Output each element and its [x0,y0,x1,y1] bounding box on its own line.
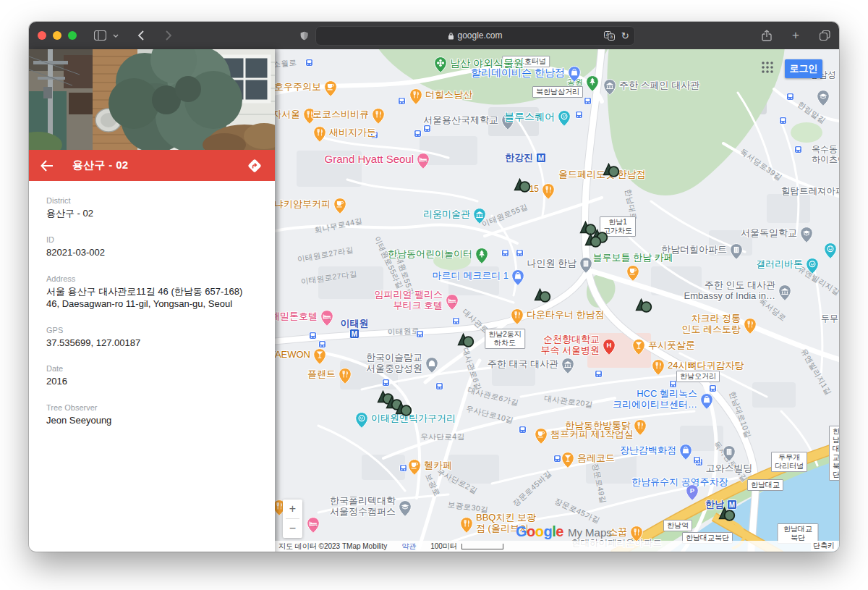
poi-sokkup[interactable]: 소꿉 [630,526,643,542]
poi-korea-polytechnic[interactable]: 한국폴리텍대학 서울정수캠퍼스 [399,500,412,517]
road-label-8: 이태원로27다길 [300,269,358,287]
map-area[interactable]: 남산 야외식물원공원할리데이비슨 한남점호우주의보더힐스남산미자서울로코스비비큐… [275,49,839,552]
poi-namsan-outdoor-garden[interactable]: 남산 야외식물원 [434,56,447,73]
poi-itaewon-antique-street[interactable]: 이태원앤틱가구거리 [355,412,368,429]
fullscreen-window-button[interactable] [68,31,77,40]
poi-hou-juuibo-cafe[interactable]: 호우주의보 [324,80,337,97]
poi-toy-dept-store[interactable]: 장난감백화점 [679,444,692,460]
poi-imperial-palace-hotel[interactable]: 임피리얼 팰리스 부티크 호텔 [446,294,459,311]
poi-savage-garden[interactable]: 새비지가든 [313,126,326,143]
bus-stop-icon [595,368,603,376]
poi-gallery-baton[interactable]: 갤러리바톤 [806,258,819,274]
field-label: District [46,196,258,205]
poi-label-india-embassy: 주한 인도 대사관 Embassy of India in… [684,280,775,302]
minimize-window-button[interactable] [53,31,61,40]
sidebar-toggle-icon[interactable] [94,30,106,41]
page: { "browser": { "url": "google.com", "rel… [0,0,868,590]
poi-label-seoul-intl-school: 서울용산국제학교 [423,115,498,126]
poi-india-embassy[interactable]: 주한 인도 대사관 Embassy of India in… [778,285,791,301]
poi-spain-embassy[interactable]: 주한 스페인 대사관 [603,79,616,96]
poi-gamjatang-24h[interactable]: 24시뼈다귀감자탕 [652,359,665,376]
poi-hannam-parking[interactable]: P [686,484,699,501]
poi-label-mardi-mercredi: 마르디 메크르디 1 [433,271,509,282]
terms-link[interactable]: 약관 [401,541,416,552]
field-label: GPS [46,326,258,334]
new-tab-button[interactable]: + [792,28,799,43]
tab-overview-icon[interactable] [820,30,830,41]
zoom-in-button[interactable]: + [283,500,302,518]
poi-bbq-chicken-bogwang[interactable]: BBQ치킨 보광 점 (올리브치 [460,517,473,534]
back-button[interactable] [137,30,144,41]
road-label-15: 대사관로20길 [544,393,594,410]
poi-locos-bbq[interactable]: 로코스비비큐 [372,108,385,125]
poi-hell-cafe[interactable]: 헬카페 [408,459,421,476]
poi-hannam-the-hill[interactable]: 한남더힐아파트 [730,243,743,260]
poi-grand-hyatt-seoul[interactable]: Grand Hyatt Seoul [417,153,430,169]
poi-thai-embassy[interactable]: 주한 태국 대사관 [561,358,574,374]
poi-hcc-helinox[interactable]: HCC 헬리녹스 크리에이티브센터… [700,393,713,410]
poi-label-hcc-helinox: HCC 헬리녹스 크리에이티브센터… [613,389,697,410]
field-label: Address [46,274,258,283]
poi-blue-bottle-hannam[interactable]: 블루보틀 한남 카페 [626,265,639,282]
poi-chakraa-restaurant[interactable]: 차크라 정통 인도 레스토랑 [744,318,757,334]
directions-icon[interactable] [246,157,263,174]
poi-pussyfoot-saloon[interactable]: 푸시풋살룬 [632,339,645,355]
share-icon[interactable] [762,30,772,42]
close-window-button[interactable] [38,31,46,40]
poi-german-school-seoul[interactable]: 서울독일학교 [800,227,813,243]
tree-observation-marker[interactable] [456,331,475,351]
google-my-maps-logo[interactable]: Google My Maps [516,523,612,540]
poi-seoul-central-mosque[interactable]: 한국이슬람교 서울중앙성원 [425,357,438,374]
tree-observation-marker[interactable] [718,505,736,525]
tree-observation-marker[interactable] [394,400,413,420]
poi-gongwon-park[interactable]: 공원 [586,75,599,92]
chevron-down-icon[interactable] [113,34,119,38]
login-button[interactable]: 로그인 [785,59,822,78]
poi-gowas-building[interactable]: 고와스빌딩 [723,445,736,462]
poi-hamilton-hotel[interactable]: 해밀톤호텔 [320,310,333,326]
tree-observation-marker[interactable] [513,176,532,196]
poi-the-hills-namsan[interactable]: 더힐스남산 [409,88,422,105]
poi-kenya-kiambu-coffee[interactable]: 케냐키암부커피 [333,198,346,214]
poi-champ-coffee[interactable]: 챔프커피 제1작업실 [535,428,548,444]
back-arrow-icon[interactable] [41,160,54,172]
poi-hotel-sw-edge[interactable] [307,517,320,534]
poi-plant-restaurant[interactable]: 플랜트 [339,368,352,384]
poi-label-hou-juuibo-cafe: 호우주의보 [275,82,321,93]
tree-observation-marker[interactable] [584,231,603,251]
url-field[interactable]: google.com Aa ↻ [315,26,635,46]
tree-observation-marker[interactable] [602,161,621,181]
poi-hannam-playground[interactable]: 한남동어린이놀이터 [475,248,488,264]
poi-leeum-museum[interactable]: 리움미술관 [473,208,486,224]
browser-chrome: google.com Aa ↻ + [29,22,839,49]
poi-hannam-tongdak[interactable]: 한남동한방통닭 [634,419,647,436]
metro-station-2[interactable]: M이태원 [349,329,359,342]
poi-school-northeast[interactable] [817,90,830,106]
svg-text:H: H [607,341,612,349]
poi-gallery-ne-edge[interactable] [824,243,837,259]
poi-nine-one-hannam[interactable]: 나인원 한남 [579,257,592,274]
keyboard-shortcuts-link[interactable]: 단축키 [811,541,837,551]
tree-observation-marker[interactable] [533,286,552,306]
poi-label-savage-garden: 새비지가든 [329,127,376,138]
tree-observation-marker[interactable] [634,296,653,316]
detail-sidebar: 용산구 - 02 District용산구 - 02ID82021-03-002A… [29,49,275,552]
reload-icon[interactable]: ↻ [621,30,629,41]
forward-button[interactable] [166,30,172,41]
poi-soonchunhyang-hospital[interactable]: H순천향대학교 부속 서울병원 [603,339,616,355]
poi-restaurant-fragment-15[interactable]: 15 [542,183,555,200]
poi-itaewon-bar[interactable]: ITAEWON [313,348,326,365]
poi-mardi-mercredi[interactable]: 마르디 메크르디 1 [511,269,524,286]
bus-stop-icon [501,247,509,255]
bus-stop-icon [575,109,583,117]
metro-station-1[interactable]: M한강진 [536,153,546,166]
bus-stop-icon [516,247,524,255]
translate-icon[interactable]: Aa [604,31,615,41]
poi-harley-davidson-hannam[interactable]: 할리데이비슨 한남점 [568,66,581,83]
poi-downtowner-hannam[interactable]: 다운타우너 한남점 [511,308,524,325]
google-apps-grid-icon[interactable] [761,61,774,77]
zoom-out-button[interactable]: − [283,519,302,538]
privacy-shield-icon[interactable] [299,30,309,41]
poi-eum-record[interactable]: 음레코드 [561,452,574,468]
poi-blue-square[interactable]: 블루스퀘어 [558,110,571,127]
